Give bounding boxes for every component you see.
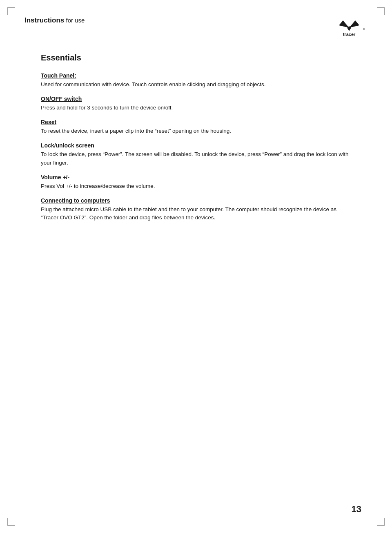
svg-text:tracer: tracer	[343, 32, 356, 37]
subsection-heading-touch-panel: Touch Panel:	[41, 72, 351, 79]
header: Instructions for use tracer ®	[24, 16, 368, 41]
header-title: Instructions for use	[24, 16, 85, 25]
subsection-heading-onoff: ON/OFF switch	[41, 96, 351, 102]
main-content: Essentials Touch Panel: Used for communi…	[41, 53, 351, 229]
subsection-heading-lock: Lock/unlock screen	[41, 142, 351, 149]
corner-mark-bl	[7, 518, 15, 526]
subsection-lock: Lock/unlock screen To lock the device, p…	[41, 142, 351, 167]
subsection-heading-connecting: Connecting to computers	[41, 197, 351, 204]
subsection-heading-reset: Reset	[41, 119, 351, 125]
corner-mark-tl	[7, 7, 15, 15]
subsection-volume: Volume +/- Press Vol +/- to increase/dec…	[41, 174, 351, 191]
tracer-logo: tracer ®	[331, 16, 368, 37]
subsection-connecting: Connecting to computers Plug the attache…	[41, 197, 351, 223]
subsection-body-touch-panel: Used for communication with device. Touc…	[41, 80, 351, 89]
header-title-bold: Instructions	[24, 16, 64, 24]
subsection-body-connecting: Plug the attached micro USB cable to the…	[41, 205, 351, 223]
subsection-onoff: ON/OFF switch Press and hold for 3 secon…	[41, 96, 351, 112]
subsection-body-onoff: Press and hold for 3 seconds to turn the…	[41, 104, 351, 112]
subsection-body-volume: Press Vol +/- to increase/decrease the v…	[41, 182, 351, 191]
subsection-touch-panel: Touch Panel: Used for communication with…	[41, 72, 351, 89]
page-number: 13	[352, 504, 361, 515]
subsection-body-lock: To lock the device, press “Power”. The s…	[41, 150, 351, 167]
page: Instructions for use tracer ®	[0, 0, 392, 533]
header-title-normal: for use	[64, 17, 85, 24]
corner-mark-br	[377, 518, 385, 526]
subsection-heading-volume: Volume +/-	[41, 174, 351, 181]
subsection-reset: Reset To reset the device, insert a pape…	[41, 119, 351, 136]
corner-mark-tr	[377, 7, 385, 15]
svg-text:®: ®	[363, 28, 365, 31]
subsection-body-reset: To reset the device, insert a paper clip…	[41, 127, 351, 136]
section-heading: Essentials	[41, 53, 351, 62]
